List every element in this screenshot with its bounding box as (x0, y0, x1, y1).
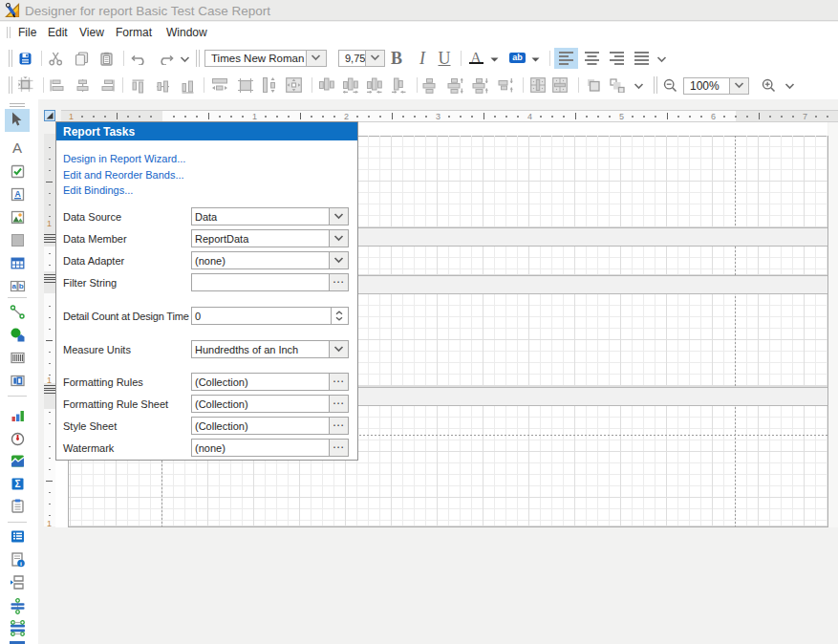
svg-text:b: b (19, 282, 24, 290)
svg-text:Σ: Σ (15, 479, 21, 489)
svg-text:i: i (20, 560, 22, 567)
svg-text:a: a (12, 282, 17, 290)
svg-text:A: A (14, 189, 20, 199)
